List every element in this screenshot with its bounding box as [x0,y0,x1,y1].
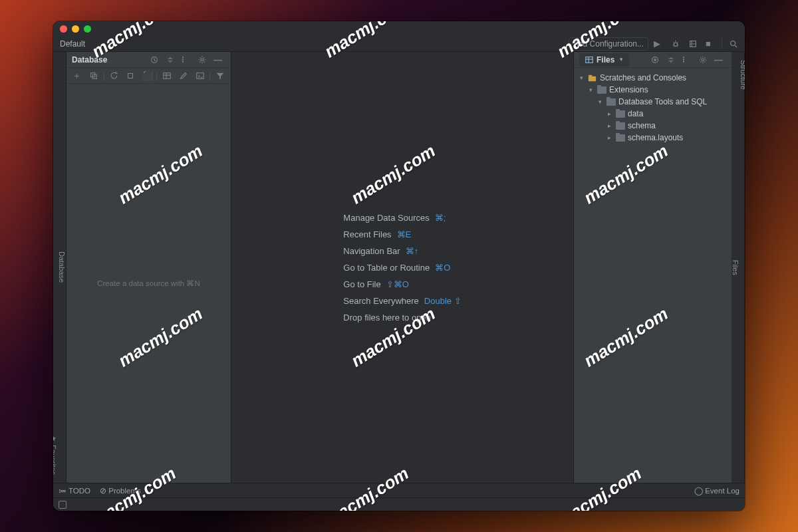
main-body: Database ★ Favorites Database ⁝ — ＋ [53,52,745,483]
stripe-tab-database[interactable]: Database [58,247,66,287]
folder-icon [615,121,625,131]
status-bar [53,497,745,511]
svg-rect-7 [164,72,171,78]
event-log-tool-button[interactable]: ◯ Event Log [694,486,739,495]
hide-panel-icon[interactable]: — [712,53,726,67]
collapse-all-icon[interactable] [163,53,178,67]
add-icon[interactable]: ＋ [70,68,84,83]
datasource-properties-icon[interactable] [147,53,162,67]
table-view-icon[interactable] [160,68,174,83]
add-configuration-button[interactable]: Add Configuration... [569,37,648,51]
scratches-icon [587,73,597,83]
folder-icon [615,133,625,143]
filter-icon[interactable] [213,68,227,83]
svg-point-3 [201,59,203,61]
stripe-tab-structure[interactable]: Structure [739,56,745,94]
files-panel-header: Files ▼ ⁝ — [574,52,732,68]
welcome-hints: Manage Data Sources⌘; Recent Files⌘E Nav… [343,213,461,323]
todo-tool-button[interactable]: ≔ TODO [59,486,90,495]
database-tool-window: Database ⁝ — ＋ ⬛ [66,52,231,483]
hide-tool-windows-icon[interactable] [59,501,66,509]
hint-navigation-bar: Navigation Bar⌘↑ [343,246,461,256]
svg-rect-14 [589,74,593,76]
search-everywhere-icon[interactable] [726,37,741,51]
gear-icon[interactable] [195,53,209,67]
bottom-toolbar: ≔ TODO ⊘ Problems ◯ Event Log [53,483,745,497]
tree-node-data[interactable]: ▸ data [577,108,729,120]
debug-icon[interactable] [668,37,683,51]
hint-manage-data-sources: Manage Data Sources⌘; [343,213,461,223]
tree-node-scratches[interactable]: ▾ Scratches and Consoles [577,72,729,84]
duplicate-icon[interactable] [87,68,101,83]
folder-icon [606,97,616,107]
chevron-right-icon[interactable]: ▸ [606,134,612,141]
disconnect-icon[interactable]: ⬛ [140,68,154,83]
svg-point-12 [702,59,704,61]
svg-point-1 [731,41,735,45]
chevron-down-icon[interactable]: ▾ [587,86,594,93]
left-stripe: Database ★ Favorites [53,52,66,483]
edit-icon[interactable] [176,68,190,83]
right-stripe: Files Structure [732,52,745,483]
tree-node-db-tools[interactable]: ▾ Database Tools and SQL [577,96,729,108]
hint-go-to-file: Go to File⇧⌘O [343,279,461,289]
run-icon[interactable]: ▶ [651,37,666,51]
show-options-icon[interactable]: ⁝ [179,53,194,67]
database-toolbar: ＋ ⬛ [66,68,231,84]
chevron-right-icon[interactable]: ▸ [606,110,612,117]
database-empty-placeholder: Create a data source with ⌘N [66,84,231,483]
stripe-tab-files[interactable]: Files [732,255,739,279]
database-panel-title: Database [72,55,107,65]
svg-rect-6 [128,73,133,78]
tree-node-schema-layouts[interactable]: ▸ schema.layouts [577,132,729,144]
files-tool-window: Files ▼ ⁝ — ▾ Scratches and Consoles [573,52,732,483]
titlebar [53,21,745,36]
select-opened-file-icon[interactable] [648,53,662,67]
stripe-tab-favorites[interactable]: ★ Favorites [53,430,58,479]
gear-icon[interactable] [696,53,710,67]
stop-sync-icon[interactable] [124,68,138,83]
show-options-menu-icon[interactable]: ⁝ [680,53,694,67]
zoom-window-icon[interactable] [84,25,91,33]
run-with-coverage-icon[interactable] [686,37,700,51]
files-tree[interactable]: ▾ Scratches and Consoles ▾ Extensions ▾ … [574,68,732,148]
hint-drop-files: Drop files here to open [343,313,461,323]
files-view-selector[interactable]: Files ▼ [579,53,629,66]
svg-rect-8 [196,72,203,78]
close-window-icon[interactable] [60,25,67,33]
jump-to-console-icon[interactable] [193,68,207,83]
chevron-down-icon[interactable]: ▾ [597,98,603,105]
hint-recent-files: Recent Files⌘E [343,229,461,239]
svg-point-11 [654,59,656,61]
svg-rect-13 [589,76,596,81]
problems-tool-button[interactable]: ⊘ Problems [100,486,141,495]
folder-icon [597,85,606,95]
breadcrumb-project[interactable]: Default [57,39,88,49]
chevron-down-icon[interactable]: ▾ [578,74,585,81]
tree-node-schema[interactable]: ▸ schema [577,120,729,132]
chevron-right-icon[interactable]: ▸ [606,122,612,129]
minimize-window-icon[interactable] [72,25,79,33]
refresh-icon[interactable] [107,68,121,83]
svg-rect-9 [586,57,593,63]
database-panel-header: Database ⁝ — [66,52,231,68]
hint-search-everywhere: Search EverywhereDouble ⇧ [343,296,461,306]
tree-node-extensions[interactable]: ▾ Extensions [577,84,729,96]
expand-all-icon[interactable] [664,53,678,67]
main-toolbar: Default Add Configuration... ▶ ■ [53,36,745,52]
app-window: Default Add Configuration... ▶ ■ Databas… [53,21,745,511]
hint-go-to-table: Go to Table or Routine⌘O [343,263,461,273]
stop-icon[interactable]: ■ [703,37,718,51]
hide-panel-icon[interactable]: — [211,53,225,67]
folder-icon [615,109,625,119]
editor-area[interactable]: Manage Data Sources⌘; Recent Files⌘E Nav… [231,52,573,483]
